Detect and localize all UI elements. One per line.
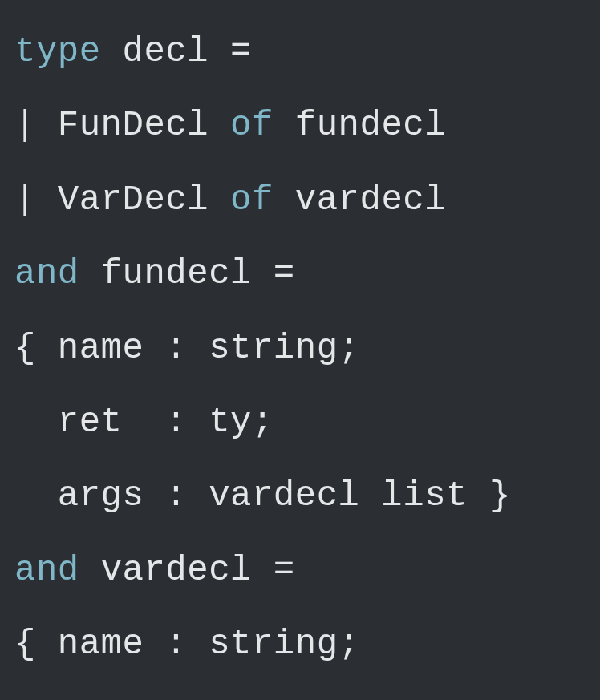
keyword-of: of <box>230 105 274 145</box>
code-line: | FunDecl of fundecl <box>14 105 446 145</box>
keyword-of: of <box>230 180 274 220</box>
record-field: { name : string; <box>14 624 359 664</box>
constructor: | VarDecl <box>14 180 230 220</box>
record-field: args : vardecl list } <box>14 475 511 516</box>
code-line: and fundecl = <box>14 253 295 293</box>
type-name: fundecl = <box>101 253 295 293</box>
code-line: and vardecl = <box>14 550 295 590</box>
type-ref: vardecl <box>274 180 446 220</box>
code-line: { name : string; <box>14 328 359 368</box>
keyword-and: and <box>14 550 101 590</box>
code-line: | VarDecl of vardecl <box>14 180 446 220</box>
constructor: | FunDecl <box>14 105 230 145</box>
type-ref: fundecl <box>274 105 446 145</box>
record-field: { name : string; <box>14 328 359 368</box>
keyword-type: type <box>14 31 123 71</box>
keyword-and: and <box>14 253 101 293</box>
equals: = <box>230 31 252 71</box>
code-line: ret : ty; <box>14 402 274 442</box>
code-line: args : vardecl list } <box>14 475 511 516</box>
type-name: decl <box>123 31 231 71</box>
code-block: type decl = | FunDecl of fundecl | VarDe… <box>0 0 600 700</box>
record-field: ret : ty; <box>14 402 274 442</box>
type-name: vardecl = <box>101 550 295 590</box>
code-line: type decl = <box>14 31 252 71</box>
code-line: { name : string; <box>14 624 359 664</box>
